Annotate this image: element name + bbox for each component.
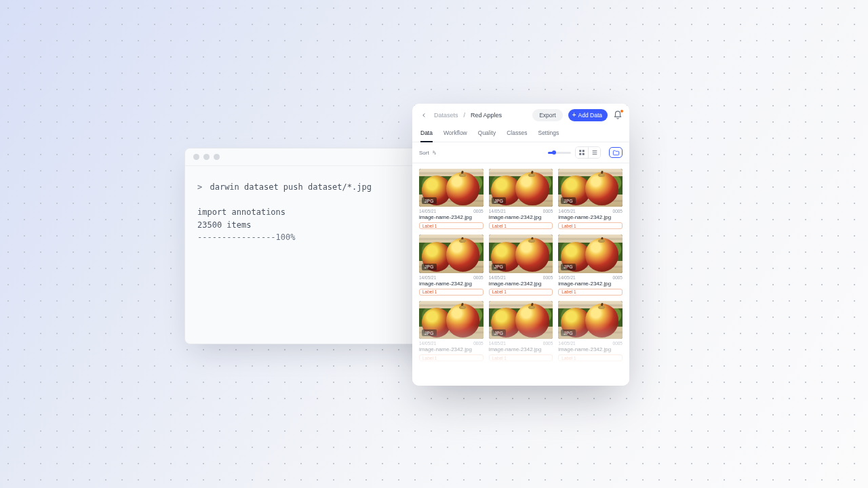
sort-button[interactable]: Sort [419,150,437,156]
card-label: Label 1 [489,222,553,229]
card-filename: image-name-2342.jpg [489,281,553,287]
card-filename: image-name-2342.jpg [489,346,553,352]
view-folder-button[interactable] [609,147,623,158]
card-label: Label 1 [558,222,623,229]
card-date: 14/05/21 [419,209,436,214]
sort-icon [431,150,437,155]
format-badge: JPG [492,197,507,204]
format-badge: JPG [422,197,437,204]
dataset-card[interactable]: JPG 14/05/21 0005 image-name-2342.jpg La… [558,235,623,295]
card-filename: image-name-2342.jpg [558,281,623,287]
traffic-light-close[interactable] [193,154,199,160]
view-mode-group [575,146,601,159]
format-badge: JPG [561,329,576,336]
dataset-card[interactable]: JPG 14/05/21 0005 image-name-2342.jpg La… [558,169,623,229]
add-data-button[interactable]: +Add Data [568,109,608,121]
view-list-button[interactable] [588,147,600,158]
tab-classes[interactable]: Classes [507,125,527,142]
card-index: 0005 [613,209,623,214]
breadcrumb-root[interactable]: Datasets [434,112,458,119]
card-index: 0005 [473,341,483,346]
card-filename: image-name-2342.jpg [489,214,553,220]
card-filename: image-name-2342.jpg [419,346,484,352]
thumbnail[interactable]: JPG [558,235,623,272]
card-date: 14/05/21 [558,275,575,280]
thumbnail[interactable]: JPG [489,301,553,339]
card-index: 0005 [543,209,553,214]
card-index: 0005 [543,341,553,346]
card-filename: image-name-2342.jpg [419,214,484,220]
dataset-card[interactable]: JPG 14/05/21 0005 image-name-2342.jpg La… [489,235,553,295]
dataset-app-window: Datasets / Red Apples Export +Add Data D… [412,104,629,386]
tab-workflow[interactable]: Workflow [443,125,467,142]
card-index: 0005 [543,275,553,280]
breadcrumb-sep: / [464,112,466,119]
toolbar: Sort [412,142,629,163]
card-label: Label 1 [419,222,484,229]
thumbnail[interactable]: JPG [558,301,623,339]
thumbnail[interactable]: JPG [419,235,484,272]
tab-quality[interactable]: Quality [478,125,496,142]
sort-label: Sort [419,150,429,156]
dataset-card[interactable]: JPG 14/05/21 0005 image-name-2342.jpg La… [419,301,484,361]
format-badge: JPG [492,264,507,270]
card-date: 14/05/21 [489,209,506,214]
card-date: 14/05/21 [558,209,575,214]
dataset-card[interactable]: JPG 14/05/21 0005 image-name-2342.jpg La… [489,169,553,229]
card-index: 0005 [473,209,483,214]
card-index: 0005 [613,275,623,280]
tabs: Data Workflow Quality Classes Settings [412,125,629,142]
card-index: 0005 [473,275,483,280]
svg-rect-1 [583,150,585,152]
app-header: Datasets / Red Apples Export +Add Data [412,104,629,125]
breadcrumb-current: Red Apples [471,112,502,119]
back-icon[interactable] [419,110,429,120]
terminal-progress: ----------------100% [197,232,296,242]
card-label: Label 1 [419,354,484,361]
notifications-icon[interactable] [613,110,623,120]
thumbnail[interactable]: JPG [489,235,553,272]
dataset-card[interactable]: JPG 14/05/21 0005 image-name-2342.jpg La… [489,301,553,361]
thumbnail[interactable]: JPG [558,169,623,207]
add-data-label: Add Data [578,112,602,119]
traffic-light-max[interactable] [214,154,220,160]
card-index: 0005 [613,341,623,346]
card-label: Label 1 [489,354,553,361]
card-date: 14/05/21 [419,275,436,280]
card-date: 14/05/21 [489,275,506,280]
thumbnail[interactable]: JPG [419,169,484,207]
export-button[interactable]: Export [532,109,563,121]
dataset-card[interactable]: JPG 14/05/21 0005 image-name-2342.jpg La… [419,169,484,229]
card-label: Label 1 [558,289,623,296]
card-filename: image-name-2342.jpg [419,281,484,287]
plus-icon: + [572,112,576,119]
svg-rect-2 [579,153,581,155]
svg-rect-0 [579,150,581,152]
format-badge: JPG [422,329,437,336]
dataset-card[interactable]: JPG 14/05/21 0005 image-name-2342.jpg La… [558,301,623,361]
format-badge: JPG [561,264,576,270]
thumbnail-size-slider[interactable] [548,152,571,154]
card-label: Label 1 [489,289,553,296]
tab-data[interactable]: Data [420,125,433,142]
card-label: Label 1 [419,289,484,296]
view-grid-button[interactable] [576,147,588,158]
card-filename: image-name-2342.jpg [558,214,623,220]
dataset-grid: JPG 14/05/21 0005 image-name-2342.jpg La… [412,163,629,386]
terminal-command: darwin dataset push dataset/*.jpg [210,182,371,192]
dataset-card[interactable]: JPG 14/05/21 0005 image-name-2342.jpg La… [419,235,484,295]
card-date: 14/05/21 [489,341,506,346]
thumbnail[interactable]: JPG [489,169,553,207]
traffic-light-min[interactable] [203,154,210,160]
format-badge: JPG [561,197,576,204]
terminal-prompt: > [197,182,202,192]
format-badge: JPG [422,264,437,270]
svg-rect-3 [583,153,585,155]
format-badge: JPG [492,329,507,336]
thumbnail[interactable]: JPG [419,301,484,339]
card-date: 14/05/21 [419,341,436,346]
terminal-line-2: 23500 items [197,220,251,230]
card-label: Label 1 [558,354,623,361]
card-date: 14/05/21 [558,341,575,346]
tab-settings[interactable]: Settings [538,125,559,142]
